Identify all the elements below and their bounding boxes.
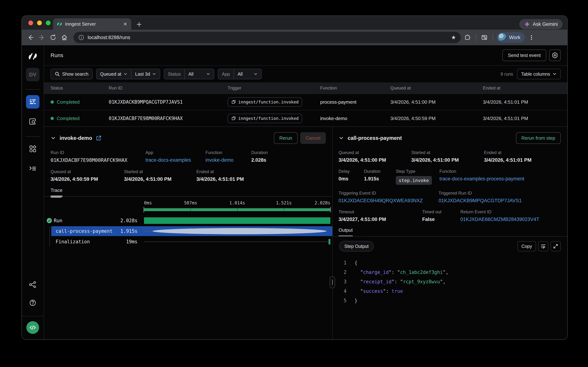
runs-table-header: Status Run ID Trigger Function Queued at…: [44, 82, 567, 94]
share-feedback-icon[interactable]: [26, 278, 40, 291]
sidebar-item-functions[interactable]: [26, 162, 40, 175]
copy-button[interactable]: Copy: [517, 241, 536, 251]
function-label: Function: [439, 169, 524, 174]
sidebar-item-apps[interactable]: [26, 142, 40, 156]
help-icon[interactable]: [26, 296, 40, 309]
browser-menu-icon[interactable]: [527, 33, 536, 42]
function-link[interactable]: trace-docs-examples-process-payment: [439, 176, 524, 182]
duration-value: 1.915s: [364, 176, 396, 182]
time-range-dropdown[interactable]: Last 3d: [132, 69, 160, 79]
timeline-minimap[interactable]: [144, 207, 330, 212]
trace-row-finalization[interactable]: Finalization 19ms: [44, 237, 332, 247]
code-text: {: [355, 258, 357, 267]
workspace-badge[interactable]: DV: [26, 68, 40, 81]
show-search-button[interactable]: Show search: [50, 69, 92, 79]
external-link-icon[interactable]: [96, 135, 102, 141]
bookmark-star-icon[interactable]: ★: [451, 35, 456, 40]
settings-button[interactable]: [549, 50, 561, 61]
started-at-label: Started at: [411, 150, 484, 155]
profile-chip[interactable]: Work: [497, 32, 525, 43]
status-dot: [50, 100, 54, 104]
ended-at-label: Ended at: [196, 169, 244, 174]
window-controls: [28, 21, 50, 25]
span-bar[interactable]: [153, 228, 327, 234]
triggered-run-id-link[interactable]: 01KJXDACKB9MPQACGTDP7JAVS1: [439, 198, 522, 203]
collapse-chevron-icon[interactable]: [50, 135, 56, 141]
trigger-name: inngest/function.invoked: [238, 100, 298, 104]
collapse-chevron-icon[interactable]: [339, 135, 344, 141]
tab-output[interactable]: Output: [339, 227, 353, 236]
status-badge: Completed: [57, 116, 80, 121]
span-bar[interactable]: [329, 239, 330, 244]
queued-at-value: 3/4/2026, 4:51:00 PM: [339, 157, 411, 163]
column-header-trigger: Trigger: [228, 85, 320, 91]
url-text[interactable]: localhost:8288/runs: [88, 35, 448, 40]
trace-timeline: 0ms 507ms 1.014s 1.521s 2.028s: [44, 197, 332, 339]
site-info-icon[interactable]: [78, 34, 84, 41]
function-cell: process-payment: [320, 99, 390, 105]
function-link[interactable]: invoke-demo: [206, 157, 251, 163]
step-output-button[interactable]: Step Output: [339, 241, 374, 251]
triggering-event-id-link[interactable]: 01KJXDACEC6H49QRQXWEA93NXZ: [339, 198, 439, 203]
tab-search-icon[interactable]: [480, 33, 489, 42]
new-tab-button[interactable]: [136, 21, 142, 27]
sidebar-item-events[interactable]: [26, 115, 40, 128]
forward-button[interactable]: [37, 33, 47, 42]
cancel-button[interactable]: Cancel: [300, 132, 326, 144]
trace-row-duration: 19ms: [126, 239, 137, 244]
dev-code-button[interactable]: [26, 321, 39, 334]
expand-button[interactable]: [551, 241, 561, 251]
sidebar-divider: [26, 89, 40, 90]
trace-row-label: Run: [54, 218, 62, 223]
line-number: 3: [339, 277, 347, 286]
trace-row-call-process-payment[interactable]: call-process-payment 1.915s: [44, 226, 332, 236]
app-link[interactable]: trace-docs-examples: [145, 157, 206, 163]
tab-close-icon[interactable]: [123, 22, 128, 26]
zoom-window-button[interactable]: [46, 21, 50, 25]
chevron-down-icon: [254, 72, 258, 76]
run-title: invoke-demo: [60, 135, 92, 141]
started-at-label: Started at: [124, 169, 196, 174]
app-filter-dropdown[interactable]: All: [234, 69, 261, 79]
trigger-badge[interactable]: inngest/function.invoked: [228, 97, 302, 107]
reload-button[interactable]: [48, 33, 58, 42]
rerun-from-step-button[interactable]: Rerun from step: [516, 132, 561, 144]
sidebar-item-runs[interactable]: [26, 95, 40, 108]
close-window-button[interactable]: [28, 21, 33, 25]
minimize-window-button[interactable]: [37, 21, 42, 25]
queued-at-value: 3/4/2026, 4:50:59 PM: [50, 176, 124, 182]
back-button[interactable]: [26, 33, 35, 42]
table-columns-dropdown[interactable]: Table columns: [517, 69, 561, 79]
chevron-down-icon: [124, 72, 127, 76]
status-filter-value: All: [188, 71, 193, 77]
ask-gemini-button[interactable]: Ask Gemini: [519, 19, 563, 29]
browser-toolbar: localhost:8288/runs ★ Work: [22, 30, 567, 45]
code-line: 1{: [339, 258, 561, 267]
wrap-text-button[interactable]: [538, 241, 548, 251]
trigger-badge[interactable]: inngest/function.invoked: [228, 114, 302, 123]
status-filter-dropdown[interactable]: All: [185, 69, 214, 79]
rerun-button[interactable]: Rerun: [274, 132, 298, 144]
browser-tab[interactable]: Inngest Server: [53, 18, 131, 30]
run-id-cell: 01KJXDACKB9MPQACGTDP7JAVS1: [109, 99, 228, 105]
code-icon: [29, 324, 36, 331]
trace-row-run[interactable]: Run 2.028s: [44, 216, 332, 225]
tab-trace[interactable]: Trace: [50, 187, 63, 196]
span-bar[interactable]: [144, 217, 330, 224]
avatar: [498, 33, 506, 42]
timeout-label: Timeout: [339, 209, 422, 214]
step-output-code[interactable]: 1{ 2 "charge_id": "ch_1abc2def3ghi", 3 "…: [333, 258, 567, 339]
runs-count: 9 runs: [501, 71, 513, 77]
table-row[interactable]: Completed 01KJXDACKB9MPQACGTDP7JAVS1 inn…: [44, 94, 567, 110]
table-row[interactable]: Completed 01KJXDACBF7E98M00RAFCK9HAX inn…: [44, 110, 567, 126]
home-button[interactable]: [60, 33, 69, 42]
time-field-dropdown[interactable]: Queued at: [97, 69, 131, 79]
inngest-logo-icon[interactable]: [28, 52, 37, 61]
app-label: App: [145, 150, 206, 155]
address-bar[interactable]: localhost:8288/runs ★: [74, 32, 461, 43]
panel-resize-handle[interactable]: [330, 276, 335, 288]
step-type-badge: step.invoke: [396, 176, 432, 185]
return-event-id-link[interactable]: 01KJXDAE66CMZMB28439023V4T: [460, 217, 539, 222]
extensions-icon[interactable]: [463, 33, 472, 42]
send-test-event-button[interactable]: Send test event: [502, 50, 546, 61]
